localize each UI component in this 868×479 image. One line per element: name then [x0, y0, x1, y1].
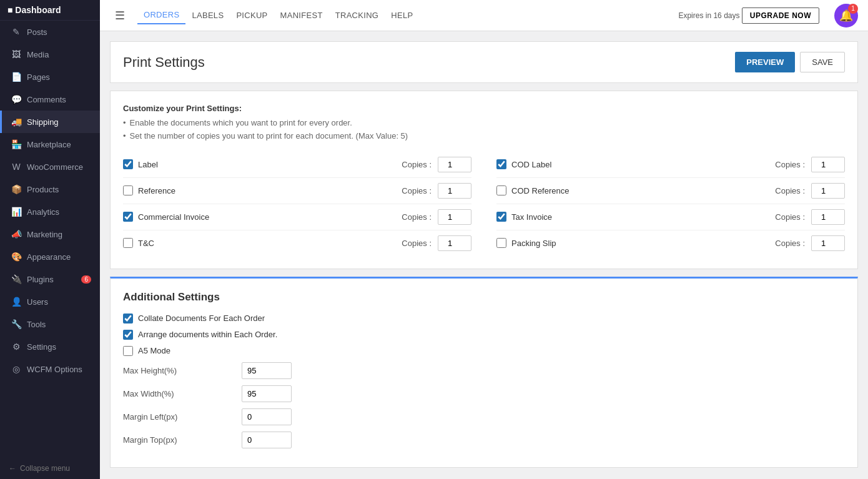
- sidebar-icon: ⚙: [11, 342, 22, 352]
- additional-check-label[interactable]: Arrange documents within Each Order.: [138, 330, 277, 339]
- nav-link-orders[interactable]: ORDERS: [137, 6, 185, 24]
- sidebar-item-wcfm-options[interactable]: ◎ WCFM Options: [0, 358, 100, 380]
- print-checkbox[interactable]: [123, 185, 133, 195]
- print-label-text: T&C: [138, 239, 154, 248]
- additional-check-label[interactable]: Collate Documents For Each Order: [138, 314, 265, 323]
- additional-checkbox[interactable]: [123, 314, 133, 323]
- preview-button[interactable]: PREVIEW: [735, 52, 795, 72]
- sidebar-badge: 6: [81, 275, 91, 284]
- print-label[interactable]: Reference: [123, 185, 395, 195]
- intro-card: Customize your Print Settings: •Enable t…: [110, 91, 858, 269]
- nav-link-tracking[interactable]: TRACKING: [329, 7, 385, 24]
- print-label[interactable]: Packing Slip: [496, 238, 769, 248]
- print-checkbox[interactable]: [123, 159, 133, 169]
- print-checkbox[interactable]: [496, 159, 506, 169]
- copies-input[interactable]: [438, 183, 471, 199]
- sidebar-logo: ■ Dashboard: [0, 0, 100, 21]
- additional-check-label[interactable]: A5 Mode: [138, 346, 170, 355]
- additional-field-row: Margin Left(px): [123, 408, 845, 425]
- copies-input[interactable]: [438, 235, 471, 251]
- print-settings-grid: Label Copies : Reference Copies : Commer…: [123, 152, 845, 256]
- intro-title: Customize your Print Settings:: [123, 104, 845, 113]
- sidebar-item-users[interactable]: 👤 Users: [0, 290, 100, 313]
- save-button[interactable]: SAVE: [800, 52, 845, 72]
- additional-checkbox[interactable]: [123, 346, 133, 356]
- main-area: ☰ ORDERSLABELSPICKUPMANIFESTTRACKINGHELP…: [100, 0, 868, 479]
- nav-link-manifest[interactable]: MANIFEST: [274, 7, 329, 24]
- sidebar-item-products[interactable]: 📦 Products: [0, 178, 100, 200]
- print-label-text: Reference: [138, 186, 175, 195]
- sidebar-item-settings[interactable]: ⚙ Settings: [0, 335, 100, 358]
- sidebar-item-label: Marketing: [27, 230, 62, 239]
- sidebar-item-label: Plugins: [27, 275, 54, 284]
- notification-button[interactable]: 🔔 1: [834, 4, 858, 27]
- field-label: Margin Top(px): [123, 435, 235, 445]
- sidebar-icon: 💬: [11, 94, 22, 104]
- print-checkbox[interactable]: [496, 212, 506, 222]
- print-checkbox[interactable]: [123, 238, 133, 248]
- sidebar-item-shipping[interactable]: 🚚 Shipping: [0, 111, 100, 133]
- sidebar-item-woocommerce[interactable]: W WooCommerce: [0, 156, 100, 178]
- copies-label: Copies :: [402, 186, 432, 195]
- nav-link-labels[interactable]: LABELS: [185, 7, 230, 24]
- field-label: Max Height(%): [123, 366, 235, 375]
- print-label[interactable]: T&C: [123, 238, 395, 248]
- copies-input[interactable]: [811, 157, 845, 172]
- print-label[interactable]: Tax Invoice: [496, 212, 769, 222]
- sidebar-item-marketplace[interactable]: 🏪 Marketplace: [0, 133, 100, 156]
- top-navigation: ☰ ORDERSLABELSPICKUPMANIFESTTRACKINGHELP…: [100, 0, 868, 31]
- field-input[interactable]: [242, 362, 292, 379]
- nav-link-help[interactable]: HELP: [385, 7, 419, 24]
- sidebar-icon: ◎: [11, 364, 22, 374]
- sidebar-item-label: Marketplace: [27, 140, 71, 149]
- header-actions: PREVIEW SAVE: [735, 52, 845, 72]
- copies-input[interactable]: [811, 183, 845, 199]
- field-input[interactable]: [242, 385, 292, 402]
- sidebar-item-label: Posts: [27, 27, 47, 37]
- sidebar-icon: 🎨: [11, 252, 22, 262]
- print-label-text: Tax Invoice: [511, 212, 552, 222]
- intro-item: •Set the number of copies you want to pr…: [123, 130, 845, 143]
- sidebar-item-analytics[interactable]: 📊 Analytics: [0, 200, 100, 223]
- print-row: COD Reference Copies :: [496, 178, 845, 204]
- print-row: Commercial Invoice Copies :: [123, 204, 471, 230]
- copies-input[interactable]: [811, 209, 845, 225]
- sidebar-item-comments[interactable]: 💬 Comments: [0, 88, 100, 111]
- sidebar-item-plugins[interactable]: 🔌 Plugins 6: [0, 268, 100, 290]
- sidebar-item-pages[interactable]: 📄 Pages: [0, 66, 100, 88]
- collapse-menu-button[interactable]: ← Collapse menu: [0, 458, 100, 479]
- nav-link-pickup[interactable]: PICKUP: [230, 7, 274, 24]
- copies-input[interactable]: [438, 209, 471, 225]
- collapse-icon: ←: [9, 464, 16, 473]
- additional-check-row: A5 Mode: [123, 346, 845, 356]
- print-label[interactable]: Label: [123, 159, 395, 169]
- notification-badge: 1: [848, 4, 858, 14]
- print-label[interactable]: COD Reference: [496, 185, 769, 195]
- sidebar-item-appearance[interactable]: 🎨 Appearance: [0, 245, 100, 268]
- page-header: Print Settings PREVIEW SAVE: [110, 41, 858, 83]
- sidebar-item-label: Products: [27, 185, 59, 194]
- additional-checkbox[interactable]: [123, 330, 133, 340]
- upgrade-now-button[interactable]: UPGRADE NOW: [742, 7, 819, 24]
- field-input[interactable]: [242, 432, 292, 448]
- sidebar-item-posts[interactable]: ✎ Posts: [0, 21, 100, 43]
- sidebar-icon: 📦: [11, 184, 22, 194]
- content-area: Print Settings PREVIEW SAVE Customize yo…: [100, 31, 868, 479]
- sidebar-icon: 📄: [11, 72, 22, 82]
- print-row: Tax Invoice Copies :: [496, 204, 845, 230]
- print-label[interactable]: Commercial Invoice: [123, 212, 395, 222]
- sidebar-item-media[interactable]: 🖼 Media: [0, 43, 100, 66]
- hamburger-button[interactable]: ☰: [110, 6, 130, 25]
- print-label[interactable]: COD Label: [496, 159, 769, 169]
- print-col-right: COD Label Copies : COD Reference Copies …: [496, 152, 845, 256]
- field-input[interactable]: [242, 408, 292, 425]
- copies-input[interactable]: [438, 157, 471, 172]
- print-checkbox[interactable]: [123, 212, 133, 222]
- print-checkbox[interactable]: [496, 238, 506, 248]
- print-row: T&C Copies :: [123, 230, 471, 256]
- copies-input[interactable]: [811, 235, 845, 251]
- sidebar: ■ Dashboard ✎ Posts 🖼 Media 📄 Pages 💬 Co…: [0, 0, 100, 479]
- sidebar-item-tools[interactable]: 🔧 Tools: [0, 313, 100, 335]
- sidebar-item-marketing[interactable]: 📣 Marketing: [0, 223, 100, 245]
- print-checkbox[interactable]: [496, 185, 506, 195]
